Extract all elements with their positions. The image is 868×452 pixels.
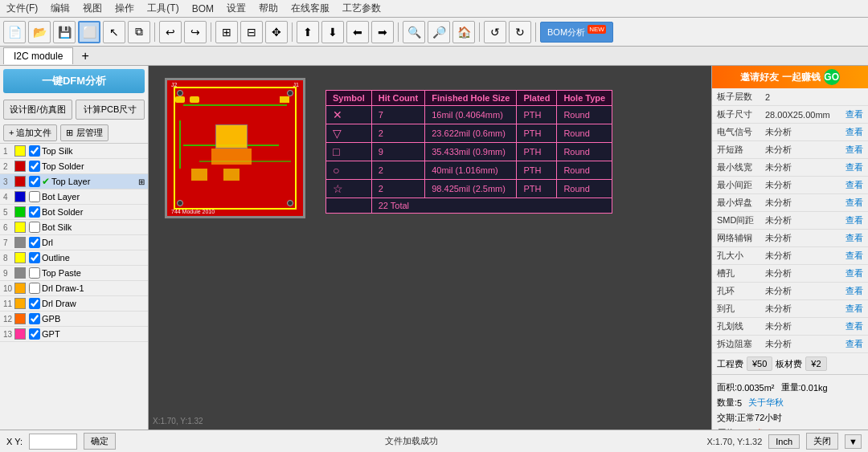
drill-symbol: ✕ (326, 106, 372, 124)
menu-settings[interactable]: 设置 (223, 1, 249, 16)
layer-checkbox[interactable] (29, 222, 40, 233)
layer-checkbox[interactable] (29, 252, 40, 263)
layer-row[interactable]: 9 Top Paste (0, 266, 148, 281)
coord-input[interactable] (29, 434, 77, 450)
layer-row[interactable]: 7 Drl (0, 235, 148, 250)
layer-checkbox[interactable] (29, 328, 40, 340)
invite-go-btn[interactable]: GO (824, 69, 840, 85)
info-link[interactable]: 查看 (845, 320, 863, 332)
save-btn[interactable]: 💾 (53, 21, 76, 43)
design-sim-btn[interactable]: 设计图/仿真图 (3, 100, 72, 120)
layer-checkbox[interactable] (29, 298, 40, 309)
info-link[interactable]: 查看 (845, 126, 863, 138)
grid-btn[interactable]: ⊞ (215, 21, 238, 43)
info-link[interactable]: 查看 (845, 144, 863, 156)
info-row: 最小间距 未分析 查看 (712, 177, 868, 194)
canvas-area[interactable]: J2 J1 744 Module 2010 Symbol Hit Count F… (149, 66, 711, 430)
layer-row[interactable]: 3 ✔ Top Layer ⊞ (0, 174, 148, 189)
rotate-left-btn[interactable]: ↺ (484, 21, 506, 43)
invite-banner[interactable]: 邀请好友 一起赚钱 GO (712, 66, 868, 88)
sep5 (479, 22, 480, 42)
left-btn[interactable]: ⬅ (346, 21, 369, 43)
menu-tools[interactable]: 工具(T) (144, 1, 182, 16)
zoom-in-btn[interactable]: 🔍 (403, 21, 425, 43)
confirm-btn[interactable]: 确定 (84, 433, 116, 450)
info-link[interactable]: 查看 (845, 161, 863, 173)
calc-pcb-btn[interactable]: 计算PCB尺寸 (76, 100, 145, 120)
new-btn[interactable]: 📄 (3, 21, 26, 43)
layer-row[interactable]: 10 Drl Draw-1 (0, 281, 148, 296)
info-value: 2 (765, 92, 863, 102)
layer-mgr-btn[interactable]: ⊞ 层管理 (60, 124, 108, 141)
dfm-button[interactable]: 一键DFM分析 (3, 69, 145, 93)
info-link[interactable]: 查看 (845, 197, 863, 209)
info-link[interactable]: 查看 (845, 179, 863, 191)
huaqiu-link[interactable]: 关于华秋 (748, 397, 784, 409)
info-label: SMD间距 (717, 214, 765, 226)
menu-edit[interactable]: 编辑 (47, 1, 73, 16)
move-btn[interactable]: ✥ (265, 21, 288, 43)
layer-name: Bot Layer (42, 192, 145, 202)
info-value: 未分析 (765, 338, 842, 350)
download-btn[interactable]: ⬇ (321, 21, 344, 43)
info-link[interactable]: 查看 (845, 108, 863, 120)
zoom-out-btn[interactable]: 🔎 (428, 21, 450, 43)
layer-checkbox[interactable] (29, 206, 40, 218)
undo-btn[interactable]: ↩ (159, 21, 182, 43)
layer-row[interactable]: 11 Drl Draw (0, 296, 148, 312)
layer-checkbox[interactable] (29, 237, 40, 248)
layer-checkbox[interactable] (29, 313, 40, 324)
add-file-btn[interactable]: + 追加文件 (3, 124, 57, 141)
right-btn[interactable]: ➡ (371, 21, 394, 43)
layer-row[interactable]: 8 Outline (0, 250, 148, 266)
layer-checkbox[interactable] (29, 267, 40, 279)
layer-num: 1 (3, 147, 14, 156)
bom-btn[interactable]: BOM分析 NEW (540, 22, 613, 43)
cursor-btn[interactable]: ↖ (103, 21, 125, 43)
menu-bom[interactable]: BOM (189, 2, 217, 15)
info-label: 最小间距 (717, 179, 765, 191)
close-button[interactable]: 关闭 (806, 433, 838, 450)
menu-view[interactable]: 视图 (80, 1, 105, 16)
tab-i2c[interactable]: I2C module (3, 47, 73, 64)
info-link[interactable]: 查看 (845, 338, 863, 350)
info-link[interactable]: 查看 (845, 214, 863, 226)
select-btn[interactable]: ⬜ (78, 21, 100, 43)
layer-row[interactable]: 6 Bot Silk (0, 220, 148, 235)
layer-checkbox[interactable] (29, 145, 40, 157)
info-link[interactable]: 查看 (845, 267, 863, 279)
layer-checkbox[interactable] (29, 283, 40, 294)
copy-btn[interactable]: ⧉ (128, 21, 150, 43)
dropdown-button[interactable]: ▼ (845, 434, 862, 449)
grid2-btn[interactable]: ⊟ (240, 21, 263, 43)
layer-row[interactable]: 13 GPT (0, 327, 148, 342)
layer-checkbox[interactable] (29, 161, 40, 172)
board-fee: ¥2 (805, 356, 826, 371)
menu-help[interactable]: 帮助 (256, 1, 281, 16)
info-row: 孔划线 未分析 查看 (712, 318, 868, 336)
pcb-board: J2 J1 744 Module 2010 (165, 78, 305, 218)
zoom-fit-btn[interactable]: 🏠 (452, 21, 475, 43)
menu-support[interactable]: 在线客服 (288, 1, 333, 16)
info-link[interactable]: 查看 (845, 232, 863, 244)
info-link[interactable]: 查看 (845, 285, 863, 297)
layer-row[interactable]: 2 Top Solder (0, 159, 148, 174)
upload-btn[interactable]: ⬆ (297, 21, 319, 43)
layer-row[interactable]: 5 Bot Solder (0, 205, 148, 220)
open-btn[interactable]: 📂 (28, 21, 51, 43)
info-link[interactable]: 查看 (845, 250, 863, 262)
menu-craft[interactable]: 工艺参数 (339, 1, 384, 16)
menu-file[interactable]: 文件(F) (3, 1, 41, 16)
layer-checkbox[interactable] (29, 191, 40, 202)
info-link[interactable]: 查看 (845, 303, 863, 315)
tab-add-btn[interactable]: + (75, 47, 95, 65)
layer-checkbox[interactable] (29, 176, 40, 187)
menu-operate[interactable]: 操作 (112, 1, 137, 16)
unit-button[interactable]: Inch (768, 434, 800, 449)
layer-row[interactable]: 12 GPB (0, 312, 148, 327)
layer-name: Bot Solder (42, 207, 145, 217)
redo-btn[interactable]: ↪ (184, 21, 207, 43)
rotate-right-btn[interactable]: ↻ (509, 21, 531, 43)
layer-row[interactable]: 4 Bot Layer (0, 189, 148, 205)
layer-row[interactable]: 1 Top Silk (0, 144, 148, 159)
